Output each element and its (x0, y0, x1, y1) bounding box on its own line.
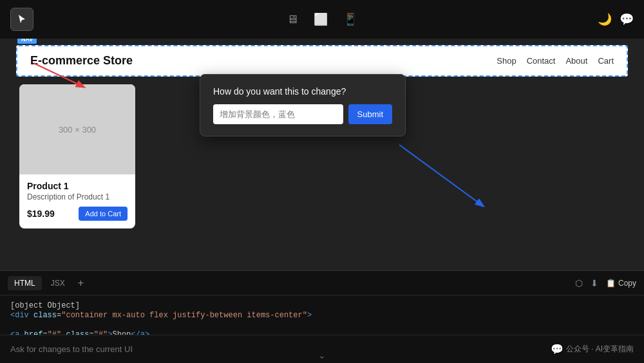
code-line-3 (10, 321, 634, 330)
code-area: [object Object] <div class="container mx… (0, 295, 644, 335)
cursor-tool-button[interactable] (10, 8, 33, 31)
watermark-text: 公众号 · AI变革指南 (566, 344, 634, 355)
bottom-panel-wrapper: HTML JSX + ⬡ ⬇ 📋 Copy [object Object] <d… (0, 270, 644, 363)
product-price: $19.99 (27, 209, 55, 219)
code-line-2: <div class="container mx-auto flex justi… (10, 311, 634, 320)
product-info: Product 1 Description of Product 1 (19, 174, 135, 201)
add-to-cart-button[interactable]: Add to Cart (79, 207, 128, 221)
tab-html[interactable]: HTML (8, 276, 42, 290)
nav-links: Shop Contact About Cart (497, 56, 614, 66)
popup-submit-button[interactable]: Submit (348, 104, 392, 124)
bottom-panel: HTML JSX + ⬡ ⬇ 📋 Copy [object Object] <d… (0, 270, 644, 363)
download-icon[interactable]: ⬇ (591, 278, 598, 288)
preview-area: NAV E-commerce Store Shop Contact About … (0, 39, 644, 270)
code-line-1: [object Object] (10, 301, 634, 310)
nav-link-contact[interactable]: Contact (527, 56, 556, 66)
dark-mode-icon[interactable]: 🌙 (598, 12, 612, 26)
chat-icon[interactable]: 💬 (620, 12, 634, 26)
toolbar-left (10, 8, 33, 31)
nav-link-shop[interactable]: Shop (497, 56, 516, 66)
share-icon[interactable]: ⬡ (575, 278, 583, 288)
product-card: 300 × 300 Product 1 Description of Produ… (19, 84, 135, 228)
popup-input[interactable] (213, 104, 343, 124)
add-tab-button[interactable]: + (74, 277, 88, 289)
toolbar-right: 🌙 💬 (598, 12, 634, 26)
wechat-icon: 💬 (551, 343, 564, 355)
nav-bar: NAV E-commerce Store Shop Contact About … (16, 45, 628, 77)
popup-title: How do you want this to change? (213, 86, 392, 97)
nav-link-about[interactable]: About (565, 56, 587, 66)
nav-link-cart[interactable]: Cart (598, 56, 614, 66)
desktop-icon[interactable]: 🖥 (284, 10, 301, 29)
bottom-tabs-bar: HTML JSX + ⬡ ⬇ 📋 Copy (0, 271, 644, 295)
ask-changes-input[interactable] (10, 344, 551, 354)
site-logo: E-commerce Store (30, 54, 133, 68)
popup-dialog: How do you want this to change? Submit (200, 74, 406, 136)
popup-input-row: Submit (213, 104, 392, 124)
watermark: 💬 公众号 · AI变革指南 (551, 343, 634, 355)
product-description: Description of Product 1 (27, 192, 128, 201)
bottom-tab-actions: ⬡ ⬇ 📋 Copy (575, 278, 636, 288)
product-image-placeholder: 300 × 300 (19, 84, 135, 174)
chevron-down-icon[interactable]: ⌄ (318, 350, 326, 360)
mobile-icon[interactable]: 📱 (341, 10, 360, 29)
tablet-icon[interactable]: ⬜ (311, 10, 330, 29)
copy-label: Copy (618, 279, 636, 288)
toolbar: 🖥 ⬜ 📱 🌙 💬 (0, 0, 644, 39)
product-footer: $19.99 Add to Cart (19, 201, 135, 221)
tab-jsx[interactable]: JSX (44, 276, 71, 290)
product-name: Product 1 (27, 181, 128, 191)
copy-icon: 📋 (606, 279, 616, 288)
toolbar-center: 🖥 ⬜ 📱 (284, 10, 360, 29)
code-line-4: <a href="#" class="#">Shop</a> (10, 330, 634, 335)
cursor-icon (17, 14, 27, 24)
copy-button[interactable]: 📋 Copy (606, 279, 636, 288)
nav-label-badge: NAV (17, 39, 37, 44)
